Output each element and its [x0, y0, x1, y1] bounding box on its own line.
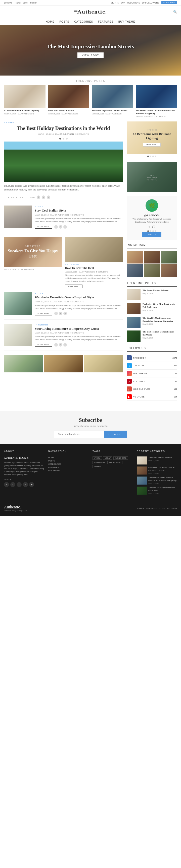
- share-pinterest-icon[interactable]: p: [47, 195, 50, 199]
- sidebar-trending-title-1[interactable]: The Look: Perfect Balance: [143, 289, 169, 292]
- footer-bottom-link-1[interactable]: TRAVEL: [137, 507, 145, 509]
- footer-tag-6[interactable]: #HIKER: [93, 465, 102, 468]
- trending-title-2[interactable]: The Look: Perfect Balance: [48, 109, 89, 112]
- heat-post-title[interactable]: How To Beat The Heat: [65, 266, 123, 270]
- instagram-icon[interactable]: i: [127, 371, 132, 376]
- footer-bottom-link-3[interactable]: STYLE: [159, 507, 165, 509]
- nav-categories[interactable]: CATEGORIES: [74, 20, 93, 23]
- footer-tag-4[interactable]: #SWIMMING: [93, 461, 106, 464]
- footer-bottom-link-4[interactable]: INTERIOR: [167, 507, 177, 509]
- subscribe-submit-button[interactable]: SUBSCRIBE: [104, 431, 127, 438]
- sidebar-trending-title-4[interactable]: The Best Holiday Destinations in the Wor…: [143, 331, 177, 336]
- footer-pinterest-icon[interactable]: p: [23, 482, 28, 487]
- footer-recent-title-1[interactable]: The Look: Perfect Balance: [148, 457, 172, 459]
- post-share-twitter-4[interactable]: t: [59, 343, 62, 346]
- follow-pinterest-name[interactable]: PINTEREST: [133, 380, 147, 382]
- category-interior[interactable]: Interior: [30, 1, 37, 4]
- footer-tag-3[interactable]: #LONG READ: [113, 457, 128, 460]
- follow-instagram-name[interactable]: INSTAGRAM: [133, 372, 147, 375]
- footer-contact-link[interactable]: CONTACT: [4, 478, 44, 480]
- post-share-facebook-1[interactable]: f: [54, 225, 58, 228]
- post-view-button-3[interactable]: VIEW POST: [35, 312, 52, 315]
- twitter-icon[interactable]: t: [127, 363, 132, 368]
- footer-nav-home[interactable]: HOME: [48, 457, 88, 459]
- footer-twitter-icon[interactable]: t: [10, 482, 15, 487]
- category-style[interactable]: Style: [23, 1, 28, 4]
- post-share-facebook-4[interactable]: f: [54, 343, 58, 346]
- instagram-item-2[interactable]: [144, 251, 160, 264]
- sidebar-dot-1[interactable]: [147, 156, 149, 157]
- social-follow-button[interactable]: FOLLOW: [142, 232, 161, 237]
- sneakers-title[interactable]: Sneakers To Give You Happy Feet: [4, 248, 62, 259]
- pinterest-icon[interactable]: p: [127, 379, 132, 384]
- instagram-item-4[interactable]: [127, 264, 143, 277]
- subscribe-topbar-button[interactable]: SUBSCRIBE: [161, 1, 177, 4]
- post-share-pinterest-1[interactable]: p: [63, 225, 67, 228]
- hamburger-menu-icon[interactable]: [74, 10, 77, 13]
- nav-home[interactable]: HOME: [46, 20, 54, 23]
- sidebar-slider-button[interactable]: VIEW POST: [143, 143, 161, 147]
- sidebar-trending-title-3[interactable]: The World's Most Luxurious Resorts for S…: [143, 317, 177, 322]
- follow-youtube-name[interactable]: YOUTUBE: [133, 396, 145, 398]
- footer-nav-buy-theme[interactable]: BUY THEME: [48, 469, 88, 472]
- instagram-item-5[interactable]: [144, 264, 160, 277]
- search-icon[interactable]: 🔍: [173, 10, 177, 14]
- post-title-1[interactable]: Stay Cool Italian Style: [35, 209, 123, 213]
- footer-recent-title-3[interactable]: The World's Most Luxurious Resorts for S…: [148, 476, 177, 482]
- hero-view-post-button[interactable]: VIEW POST: [77, 53, 104, 58]
- post-share-facebook-3[interactable]: f: [54, 312, 58, 315]
- post-share-pinterest-4[interactable]: p: [63, 343, 67, 346]
- share-twitter-icon[interactable]: t: [42, 195, 45, 199]
- slide-dot-3[interactable]: [66, 138, 68, 140]
- instagram-item-1[interactable]: [127, 251, 143, 264]
- footer-recent-title-2[interactable]: Exclusive: Get a First Look at the Fall …: [148, 466, 177, 472]
- sidebar-dot-4[interactable]: [155, 156, 156, 157]
- heat-post-view-button[interactable]: VIEW POST: [65, 285, 82, 288]
- footer-nav-features[interactable]: FEATURES: [48, 466, 88, 468]
- facebook-icon[interactable]: f: [127, 355, 132, 360]
- trending-title-1[interactable]: 13 Bedrooms with Brilliant Lighting: [4, 109, 46, 112]
- youtube-icon[interactable]: ▶: [127, 394, 132, 399]
- googleplus-icon[interactable]: g+: [127, 386, 132, 392]
- category-lifestyle[interactable]: Lifestyle: [4, 1, 12, 4]
- site-logo[interactable]: Authentic.: [77, 8, 107, 15]
- footer-tag-5[interactable]: #WORKSHOP: [107, 461, 123, 464]
- post-view-button-4[interactable]: VIEW POST: [35, 343, 52, 346]
- instagram-item-6[interactable]: [161, 264, 177, 277]
- follow-facebook-name[interactable]: FACEBOOK: [133, 357, 146, 359]
- post-share-pinterest-3[interactable]: p: [63, 312, 67, 315]
- instagram-item-3[interactable]: [161, 251, 177, 264]
- footer-nav-posts[interactable]: POSTS: [48, 460, 88, 462]
- footer-nav-categories[interactable]: CATEGORIES: [48, 463, 88, 465]
- nav-features[interactable]: FEATURES: [98, 20, 113, 23]
- nav-buy-theme[interactable]: BUY THEME: [119, 20, 135, 23]
- featured-view-post-button[interactable]: VIEW POST: [4, 195, 27, 200]
- post-share-twitter-3[interactable]: t: [59, 312, 62, 315]
- sidebar-dot-2[interactable]: [150, 156, 151, 157]
- slide-dot-1[interactable]: [59, 138, 61, 140]
- footer-facebook-icon[interactable]: f: [4, 482, 9, 487]
- footer-instagram-icon[interactable]: i: [17, 482, 22, 487]
- trending-title-3[interactable]: The Most Impressive London Streets: [92, 109, 133, 112]
- footer-bottom-link-2[interactable]: LIFESTYLE: [146, 507, 157, 509]
- share-facebook-icon[interactable]: f: [37, 195, 40, 199]
- follow-twitter-name[interactable]: TWITTER: [133, 365, 144, 367]
- sign-in-link[interactable]: SIGN IN: [111, 1, 119, 4]
- slide-dot-2[interactable]: [62, 138, 64, 140]
- trending-title-4[interactable]: The World's Most Luxurious Resorts for S…: [136, 109, 177, 115]
- subscribe-email-input[interactable]: [54, 431, 104, 438]
- sidebar-dot-3[interactable]: [152, 156, 154, 157]
- post-view-button-1[interactable]: VIEW POST: [35, 225, 52, 228]
- post-title-4[interactable]: Your Living Room Sure to Impress Any Gue…: [35, 327, 123, 331]
- follow-googleplus-name[interactable]: GOOGLE PLUS: [133, 388, 151, 390]
- nav-posts[interactable]: POSTS: [59, 20, 69, 23]
- footer-youtube-icon[interactable]: ▶: [29, 482, 34, 487]
- footer-tag-1[interactable]: #YOGA: [93, 457, 102, 460]
- footer-recent-title-4[interactable]: The Best Holiday Destinations in the Wor…: [148, 487, 177, 492]
- post-title-3[interactable]: Wardrobe Essentials Ocean-Inspired Style: [35, 296, 123, 300]
- sidebar-trending-title-2[interactable]: Exclusive: Get a First Look at the Fall …: [143, 303, 177, 309]
- footer-tag-2[interactable]: #COAT: [103, 457, 112, 460]
- post-share-twitter-1[interactable]: t: [59, 225, 62, 228]
- footer-bottom-logo[interactable]: Authentic.: [4, 505, 27, 509]
- sidebar-slider-title[interactable]: 13 Bedrooms with Brilliant Lighting: [129, 132, 175, 141]
